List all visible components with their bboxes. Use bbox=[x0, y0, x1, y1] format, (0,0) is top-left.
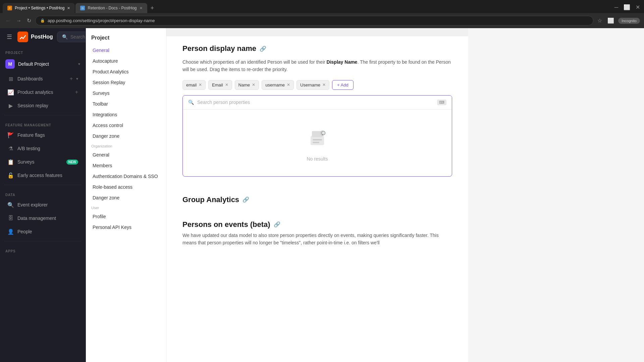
settings-nav-integrations[interactable]: Integrations bbox=[86, 109, 166, 120]
sidebar-item-surveys[interactable]: 📋 Surveys NEW bbox=[2, 156, 84, 168]
tab-favicon-2: D bbox=[80, 6, 85, 10]
sidebar-divider-1 bbox=[4, 115, 82, 115]
back-button[interactable]: ← bbox=[4, 16, 12, 25]
settings-nav-surveys[interactable]: Surveys bbox=[86, 88, 166, 99]
menu-toggle-button[interactable]: ☰ bbox=[5, 32, 13, 42]
tag-Name-label: Name bbox=[238, 82, 250, 87]
group-analytics-link-icon[interactable]: 🔗 bbox=[243, 196, 249, 203]
early-access-icon: 🔓 bbox=[7, 172, 14, 179]
settings-nav-general[interactable]: General bbox=[86, 45, 166, 56]
sidebar-item-ab-testing[interactable]: ⚗ A/B testing bbox=[2, 142, 84, 155]
tab-title-2: Retention - Docs - PostHog bbox=[88, 6, 137, 10]
settings-nav-personal-api-keys[interactable]: Personal API Keys bbox=[86, 222, 166, 233]
group-analytics-section: Group Analytics 🔗 bbox=[182, 187, 452, 215]
people-icon: 👤 bbox=[7, 228, 14, 235]
sidebar-label-dashboards: Dashboards bbox=[17, 76, 66, 81]
settings-nav-auth-domains[interactable]: Authentication Domains & SSO bbox=[86, 171, 166, 182]
middle-sidebar: Project General Autocapture Product Anal… bbox=[86, 28, 166, 362]
dashboards-chevron-icon: ▾ bbox=[76, 76, 78, 81]
tag-Name-remove[interactable]: ✕ bbox=[252, 82, 255, 87]
sidebar-item-session-replay[interactable]: ▶ Session replay bbox=[2, 99, 84, 112]
tab-favicon-1: P bbox=[7, 6, 12, 10]
tab-2[interactable]: D Retention - Docs - PostHog ✕ bbox=[75, 3, 147, 13]
settings-nav-members[interactable]: Members bbox=[86, 160, 166, 171]
svg-rect-0 bbox=[17, 32, 28, 42]
person-display-title: Person display name 🔗 bbox=[182, 44, 452, 53]
sidebar-label-surveys: Surveys bbox=[17, 159, 63, 165]
product-analytics-add-icon[interactable]: + bbox=[75, 89, 78, 95]
cast-button[interactable]: ⬜ bbox=[606, 16, 615, 25]
tag-email-label: email bbox=[186, 82, 197, 87]
url-text: app.posthog.com/settings/project#person-… bbox=[48, 18, 155, 23]
close-browser-button[interactable]: ✕ bbox=[634, 3, 641, 12]
logo-area: PostHog bbox=[17, 32, 53, 42]
tab-close-1[interactable]: ✕ bbox=[67, 6, 70, 10]
bookmark-button[interactable]: ☆ bbox=[596, 16, 603, 25]
keyboard-shortcut-icon: ⌨ bbox=[437, 100, 446, 105]
tag-Email: Email ✕ bbox=[208, 80, 232, 90]
tab-close-2[interactable]: ✕ bbox=[140, 6, 143, 10]
project-selector[interactable]: M Default Project ▾ bbox=[0, 56, 86, 72]
add-property-button[interactable]: + Add bbox=[332, 80, 354, 90]
tag-username-label: username bbox=[265, 82, 285, 87]
person-display-link-icon[interactable]: 🔗 bbox=[260, 46, 266, 52]
refresh-button[interactable]: ↻ bbox=[25, 16, 33, 25]
sidebar-item-dashboards[interactable]: ⊞ Dashboards + ▾ bbox=[2, 72, 84, 85]
settings-nav-toolbar[interactable]: Toolbar bbox=[86, 99, 166, 109]
project-section-header: PROJECT bbox=[0, 46, 86, 56]
tag-Username-remove[interactable]: ✕ bbox=[322, 82, 326, 87]
settings-nav-org-danger-zone[interactable]: Danger zone bbox=[86, 192, 166, 203]
sidebar-item-product-analytics[interactable]: 📈 Product analytics + bbox=[2, 86, 84, 99]
search-dropdown-body: 💬 No results bbox=[183, 109, 452, 176]
address-bar[interactable]: 🔒 app.posthog.com/settings/project#perso… bbox=[35, 16, 593, 25]
settings-nav-profile[interactable]: Profile bbox=[86, 211, 166, 222]
settings-nav-role-based-access[interactable]: Role-based access bbox=[86, 182, 166, 192]
settings-nav-access-control[interactable]: Access control bbox=[86, 120, 166, 131]
forward-button[interactable]: → bbox=[15, 16, 23, 25]
surveys-icon: 📋 bbox=[7, 159, 14, 165]
settings-nav-session-replay[interactable]: Session Replay bbox=[86, 77, 166, 88]
content-area: Person display name 🔗 Choose which prope… bbox=[166, 28, 468, 362]
tag-username-remove[interactable]: ✕ bbox=[287, 82, 290, 87]
search-input-icon: 🔍 bbox=[188, 100, 194, 105]
sidebar-label-session-replay: Session replay bbox=[17, 103, 78, 108]
org-section-label: Organization bbox=[86, 141, 166, 149]
sidebar-label-product-analytics: Product analytics bbox=[17, 89, 72, 95]
settings-nav-danger-zone[interactable]: Danger zone bbox=[86, 131, 166, 141]
sidebar-item-event-explorer[interactable]: 🔍 Event explorer bbox=[2, 198, 84, 211]
search-person-properties-dropdown: 🔍 ⌨ bbox=[182, 95, 452, 177]
browser-actions: ☆ ⬜ Incognito bbox=[596, 16, 640, 25]
tag-Name: Name ✕ bbox=[235, 80, 259, 90]
settings-nav-product-analytics[interactable]: Product Analytics bbox=[86, 66, 166, 77]
persons-on-events-section: Persons on events (beta) 🔗 We have updat… bbox=[182, 220, 452, 247]
new-tab-button[interactable]: + bbox=[148, 3, 157, 13]
persons-on-events-link-icon[interactable]: 🔗 bbox=[274, 221, 280, 228]
tab-1[interactable]: P Project • Settings • PostHog ✕ bbox=[3, 3, 75, 13]
sidebar-item-data-management[interactable]: 🗄 Data management bbox=[2, 212, 84, 225]
sidebar-divider-2 bbox=[4, 185, 82, 185]
sidebar-item-feature-flags[interactable]: 🚩 Feature flags bbox=[2, 129, 84, 141]
minimize-button[interactable]: ─ bbox=[613, 3, 620, 12]
tag-username: username ✕ bbox=[262, 80, 294, 90]
lock-icon: 🔒 bbox=[40, 18, 45, 23]
tag-Email-label: Email bbox=[212, 82, 223, 87]
tab-title-1: Project • Settings • PostHog bbox=[15, 6, 64, 10]
surveys-badge: NEW bbox=[66, 160, 78, 165]
dashboards-icon: ⊞ bbox=[7, 75, 14, 82]
logo-text: PostHog bbox=[31, 34, 53, 40]
settings-nav-org-general[interactable]: General bbox=[86, 149, 166, 160]
sidebar-item-early-access[interactable]: 🔓 Early access features bbox=[2, 169, 84, 182]
maximize-button[interactable]: ⬜ bbox=[622, 3, 632, 12]
sidebar-label-early-access: Early access features bbox=[17, 173, 78, 178]
settings-nav-autocapture[interactable]: Autocapture bbox=[86, 56, 166, 66]
tag-email-remove[interactable]: ✕ bbox=[199, 82, 202, 87]
tag-Email-remove[interactable]: ✕ bbox=[225, 82, 228, 87]
search-icon: 🔍 bbox=[62, 34, 68, 40]
sidebar-item-people[interactable]: 👤 People bbox=[2, 225, 84, 238]
topbar-search[interactable]: 🔍 Search... bbox=[57, 32, 86, 42]
sidebar-label-event-explorer: Event explorer bbox=[17, 202, 78, 207]
persons-on-events-desc: We have updated our data model to also s… bbox=[182, 232, 452, 247]
dashboards-add-icon[interactable]: + bbox=[70, 76, 73, 82]
search-person-properties-input[interactable] bbox=[197, 100, 434, 105]
no-results-icon: 💬 bbox=[304, 124, 331, 152]
